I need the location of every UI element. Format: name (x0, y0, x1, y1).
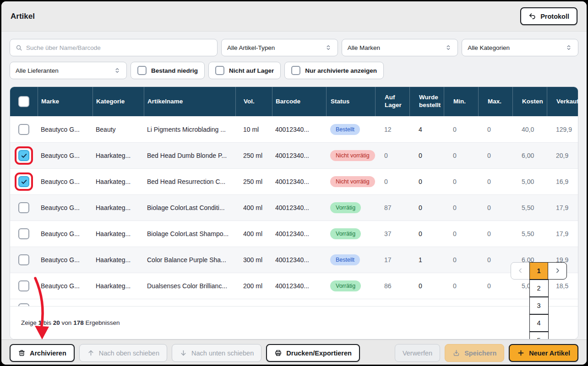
protokoll-button-label: Protokoll (540, 13, 569, 20)
cell-max: 0 (478, 221, 512, 247)
out-of-stock-filter[interactable]: Nicht auf Lager (208, 62, 281, 79)
archived-only-checkbox[interactable] (291, 66, 300, 75)
cell-min: 0 (444, 169, 478, 194)
archived-only-filter[interactable]: Nur archivierte anzeigen (284, 62, 384, 79)
save-button[interactable]: Speichern (445, 344, 504, 362)
cell-kosten: 40,0 (512, 116, 547, 142)
app-window: Artikel Protokoll Alle Artikel-Typen All… (1, 1, 587, 365)
discard-button[interactable]: Verwerfen (395, 344, 440, 362)
category-select[interactable]: Alle Kategorien (462, 39, 578, 56)
cell-max: 0 (478, 195, 512, 221)
status-badge: Nicht vorrätig (330, 176, 375, 187)
prev-page-button[interactable] (511, 262, 530, 280)
cell-artikelname: Biolage ColorLast Conditi... (144, 195, 235, 221)
table-row[interactable]: Beautyco G... Haarkateg... Biolage Color… (10, 194, 578, 221)
cell-kosten: 5,50 (512, 221, 547, 247)
type-select[interactable]: Alle Artikel-Typen (221, 39, 338, 56)
cell-kosten: 6,00 (512, 143, 547, 168)
move-up-button-label: Nach oben schieben (99, 350, 159, 357)
protokoll-button[interactable]: Protokoll (520, 7, 577, 25)
search-input[interactable] (26, 44, 212, 51)
page-button-5[interactable]: 5 (529, 332, 549, 340)
cell-kategorie: Beauty (93, 116, 144, 142)
cell-marke: Beautyco G... (38, 273, 93, 299)
table-row[interactable]: Beautyco G... Haarkateg... Bed Head Resu… (10, 168, 578, 194)
table-body: Beautyco G... Beauty Li Pigments Microbl… (10, 116, 578, 299)
status-badge: Nicht vorrätig (330, 150, 375, 161)
row-checkbox[interactable] (18, 280, 29, 291)
row-checkbox[interactable] (18, 202, 29, 213)
title-bar: Artikel Protokoll (1, 1, 587, 32)
new-article-button-label: Neuer Artikel (529, 350, 570, 357)
plus-icon (517, 349, 525, 357)
col-header-min: Min. (444, 87, 478, 116)
cell-kategorie: Haarkateg... (93, 143, 144, 168)
select-all-checkbox[interactable] (18, 96, 29, 107)
archive-button[interactable]: Archivieren (10, 344, 75, 362)
row-checkbox-wrap (18, 280, 29, 291)
next-page-button[interactable] (548, 262, 567, 280)
cell-barcode: 40012340... (272, 116, 326, 142)
cell-verkauf: 17,9 (547, 195, 578, 221)
cell-wurde-bestellt: 0 (409, 143, 444, 168)
row-checkbox[interactable] (18, 303, 29, 307)
cell-vol: 300 ml (235, 247, 272, 273)
page-button-3[interactable]: 3 (529, 297, 549, 314)
status-badge: Vorrätig (330, 202, 361, 213)
low-stock-checkbox[interactable] (137, 66, 147, 75)
cell-wurde-bestellt: 0 (409, 195, 444, 221)
table-row[interactable]: Beautyco G... Haarkateg... Color Balance… (10, 247, 578, 273)
save-button-label: Speichern (464, 350, 496, 357)
page-button-4[interactable]: 4 (529, 314, 549, 332)
cell-barcode: 40012340... (272, 247, 326, 273)
status-badge: Bestellt (330, 124, 360, 135)
cell-kategorie: Haarkateg... (93, 247, 144, 273)
out-of-stock-checkbox[interactable] (215, 66, 224, 75)
type-select-value: Alle Artikel-Typen (227, 44, 275, 51)
cell-vol: 250 ml (235, 143, 272, 168)
row-checkbox[interactable] (18, 124, 29, 135)
cell-kosten: 5,50 (512, 195, 547, 221)
col-header-wurde-bestellt: Wurde bestellt (409, 87, 444, 116)
low-stock-filter[interactable]: Bestand niedrig (131, 62, 205, 79)
cell-max: 0 (478, 143, 512, 168)
page-button-2[interactable]: 2 (529, 280, 549, 297)
cell-kosten: 5,00 (512, 169, 547, 194)
col-header-verkauf: Verkauf (547, 87, 578, 116)
cell-barcode: 40012340... (272, 195, 326, 221)
row-checkbox[interactable] (18, 176, 29, 187)
new-article-button[interactable]: Neuer Artikel (509, 344, 578, 362)
table-row[interactable]: Beautyco G... Haarkateg... Bed Head Dumb… (10, 142, 578, 168)
brand-select[interactable]: Alle Marken (342, 39, 458, 56)
results-count: Zeige 1 bis 20 von 178 Ergebnissen (21, 319, 120, 326)
row-checkbox[interactable] (18, 228, 29, 239)
move-down-button[interactable]: Nach unten schieben (172, 344, 261, 362)
table-row[interactable]: Beautyco G... Haarkateg... Biolage Color… (10, 221, 578, 247)
cell-wurde-bestellt: 0 (409, 169, 444, 194)
trash-icon (18, 349, 26, 357)
table-row[interactable]: Beautyco G... Haarkateg... Dualsenses Co… (10, 273, 578, 299)
cell-min: 0 (444, 221, 478, 247)
cell-vol: 400 ml (235, 195, 272, 221)
cell-auf-lager: 12 (375, 116, 409, 142)
page-button-1[interactable]: 1 (529, 262, 549, 280)
table-row[interactable]: Beautyco G... Beauty Li Pigments Microbl… (10, 116, 578, 142)
col-header-status: Status (326, 87, 375, 116)
table-header: Marke Kategorie Artikelname Vol. Barcode… (10, 87, 578, 116)
cell-kategorie: Haarkateg... (93, 195, 144, 221)
move-up-button[interactable]: Nach oben schieben (79, 344, 167, 362)
cell-artikelname: Bed Head Dumb Blonde P... (144, 143, 235, 168)
print-export-button[interactable]: Drucken/Exportieren (266, 344, 360, 362)
archive-button-label: Archivieren (30, 350, 66, 357)
row-checkbox[interactable] (18, 150, 29, 161)
cell-kategorie: Haarkateg... (93, 221, 144, 247)
row-checkbox[interactable] (18, 254, 29, 265)
bottom-toolbar: Archivieren Nach oben schieben Nach unte… (1, 339, 587, 365)
col-header-kategorie: Kategorie (93, 87, 144, 116)
row-checkbox-wrap (18, 202, 29, 213)
cell-marke: Beautyco G... (38, 116, 93, 142)
cell-wurde-bestellt: 0 (409, 273, 444, 299)
cell-min: 0 (444, 143, 478, 168)
printer-icon (274, 349, 282, 357)
supplier-select[interactable]: Alle Lieferanten (10, 62, 127, 79)
